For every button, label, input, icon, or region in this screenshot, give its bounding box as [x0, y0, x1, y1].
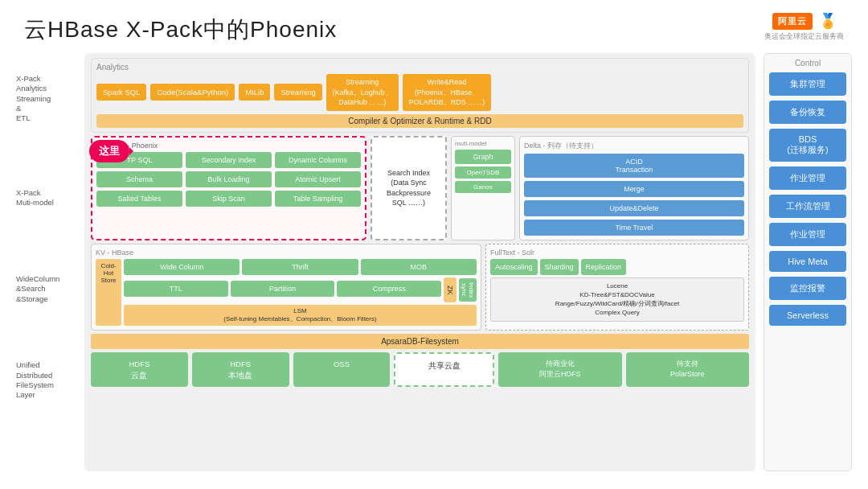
index-sync-box: Indexsync [459, 278, 477, 302]
salted-tables-box: Salted Tables [96, 191, 182, 207]
left-label-unified: UnifiedDistributedFileSystemLayer [16, 360, 76, 400]
here-bubble: 这里 [89, 140, 129, 162]
autoscaling-box: Autoscaling [490, 259, 538, 275]
cluster-mgmt-btn[interactable]: 集群管理 [769, 72, 846, 96]
ttl-box: TTL [124, 281, 228, 297]
search-index-box: Search Index(Data SyncBackpressureSQL ……… [371, 136, 447, 240]
graph-box: Graph [455, 150, 511, 164]
atomic-upsert-box: Atomic Upsert [275, 171, 361, 187]
table-sampling-box: Table Sampling [275, 191, 361, 207]
control-panel: Control 集群管理 备份恢复 BDS(迁移服务) 作业管理 工作流管理 作… [764, 53, 852, 471]
writeread-box: Write&Read(Phoenix、HBase、POLARDB、RDS ……) [403, 74, 492, 111]
lsm-box: LSM(Self-tuning Memtables、Compaction、Blo… [124, 305, 477, 326]
left-labels: X-PackAnalyticsStreaming&ETL X-PackMuti-… [16, 53, 76, 471]
compiler-box: Compiler & Optimizer & Runtime & RDD [96, 114, 743, 128]
wide-column-box: Wide Column [124, 259, 240, 275]
bulk-loading-box: Bulk Loading [186, 171, 272, 187]
acid-box: ACIDTransaction [524, 154, 744, 178]
zk-box: ZK [444, 277, 457, 303]
hdfs-cloud-box: HDFS云盘 [91, 352, 188, 387]
shared-cloud-box: 共享云盘 [394, 352, 494, 387]
dynamic-columns-box: Dynamic Columns [275, 152, 361, 168]
job-mgmt2-btn[interactable]: 作业管理 [769, 223, 846, 246]
skip-scan-box: Skip Scan [186, 191, 272, 207]
opentsdb-box: OpenTSDB [455, 166, 511, 179]
mutimodel-label: muti-model [455, 140, 511, 147]
mutimodel-section: muti-model Graph OpenTSDB Ganos [451, 136, 515, 240]
olympic-icon: 🏅 [819, 12, 837, 30]
partition-box: Partition [231, 281, 335, 297]
oss-box: OSS [293, 352, 391, 387]
merge-box: Merge [524, 181, 744, 197]
ganos-box: Ganos [455, 181, 511, 193]
update-delete-box: Update&Delete [524, 200, 744, 216]
analytics-section: Analytics Spark SQL Code(Scala&Python) M… [91, 58, 749, 133]
analytics-label: Analytics [96, 63, 743, 72]
schema-box: Schema [96, 171, 182, 187]
hdfs-local-box: HDFS本地盘 [192, 352, 289, 387]
thrift-box: Thrift [242, 259, 358, 275]
compress-box: Compress [337, 281, 441, 297]
backup-restore-btn[interactable]: 备份恢复 [769, 101, 846, 124]
fulltext-section: FullText - Solr Autoscaling Sharding Rep… [485, 244, 749, 331]
page-title: 云HBase X-Pack中的Phoenix [0, 0, 868, 53]
logo-subtitle: 奥运会全球指定云服务商 [764, 31, 844, 42]
lucene-box: LuceneKD-Tree&FST&DOCValueRange/Fuzzy/Wi… [490, 277, 744, 322]
kv-section: KV - HBase Cold-HotStore Wide Column Thr… [91, 244, 481, 331]
mob-box: MOB [361, 259, 477, 275]
monitor-btn[interactable]: 监控报警 [769, 277, 846, 300]
left-label-muti: X-PackMuti-model [16, 188, 76, 208]
delta-label: Delta - 列存（待支持） [524, 141, 744, 151]
serverless-btn[interactable]: Serverless [769, 305, 846, 326]
apsara-row: ApsaraDB-Filesystem [91, 334, 749, 349]
storage-row: HDFS云盘 HDFS本地盘 OSS 共享云盘 待商业化阿里云HDFS 待支持P… [91, 352, 749, 387]
job-mgmt-btn[interactable]: 作业管理 [769, 166, 846, 190]
cold-hot-box: Cold-HotStore [96, 259, 121, 327]
code-scala-box: Code(Scala&Python) [150, 84, 235, 101]
replication-box: Replication [581, 259, 627, 275]
left-label-widecolumn: WideColumn&Search&Storage [16, 274, 76, 304]
hdfs-alibaba-box: 待商业化阿里云HDFS [498, 352, 621, 387]
hive-meta-btn[interactable]: Hive Meta [769, 251, 846, 272]
polarstore-box: 待支持PolarStore [626, 352, 749, 387]
fulltext-label: FullText - Solr [490, 249, 744, 257]
workflow-mgmt-btn[interactable]: 工作流管理 [769, 195, 846, 218]
streaming-kafka-box: Streaming(Kafka、Loghub、DataHub ……) [326, 74, 399, 111]
delta-section: Delta - 列存（待支持） ACIDTransaction Merge Up… [519, 136, 749, 240]
top-logo: 阿里云 🏅 奥运会全球指定云服务商 [764, 12, 844, 42]
spark-sql-box: Spark SQL [96, 84, 146, 101]
streaming-box: Streaming [274, 84, 321, 101]
secondary-index-box: Secondary Index [186, 152, 272, 168]
sharding-box: Sharding [540, 259, 579, 275]
bds-btn[interactable]: BDS(迁移服务) [769, 129, 846, 162]
control-label: Control [769, 59, 846, 68]
aliyun-logo: 阿里云 [772, 13, 813, 30]
left-label-analytics: X-PackAnalyticsStreaming&ETL [16, 74, 76, 124]
milib-box: MILib [239, 84, 270, 101]
diagram-area: Analytics Spark SQL Code(Scala&Python) M… [84, 53, 755, 471]
time-travel-box: Time Travel [524, 220, 744, 236]
kv-label: KV - HBase [96, 249, 477, 257]
